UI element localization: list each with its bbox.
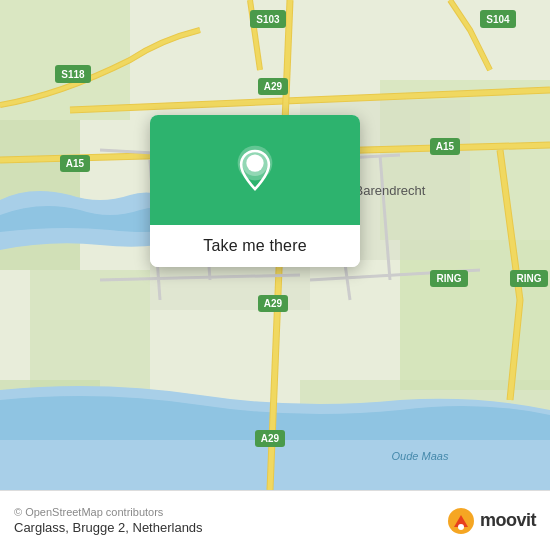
svg-text:A15: A15 xyxy=(436,141,455,152)
svg-text:Barendrecht: Barendrecht xyxy=(355,183,426,198)
svg-text:Oude Maas: Oude Maas xyxy=(392,450,449,462)
svg-text:A29: A29 xyxy=(261,433,280,444)
footer-copyright: © OpenStreetMap contributors xyxy=(14,506,203,518)
footer-info: © OpenStreetMap contributors Carglass, B… xyxy=(14,506,203,535)
moovit-logo: moovit xyxy=(447,507,536,535)
svg-text:RING: RING xyxy=(437,273,462,284)
location-pin-icon xyxy=(229,144,281,196)
svg-text:A29: A29 xyxy=(264,298,283,309)
popup-green-area xyxy=(150,115,360,225)
svg-point-37 xyxy=(250,160,260,170)
svg-text:S103: S103 xyxy=(256,14,280,25)
popup-card: Take me there xyxy=(150,115,360,267)
take-me-there-button[interactable]: Take me there xyxy=(150,225,360,267)
footer-bar: © OpenStreetMap contributors Carglass, B… xyxy=(0,490,550,550)
map-container: S103 S104 S118 A15 A15 A15 A29 A29 A29 R… xyxy=(0,0,550,490)
footer-location: Carglass, Brugge 2, Netherlands xyxy=(14,520,203,535)
svg-text:A15: A15 xyxy=(66,158,85,169)
svg-rect-3 xyxy=(30,270,150,390)
moovit-icon xyxy=(447,507,475,535)
svg-point-39 xyxy=(458,524,464,530)
svg-text:S118: S118 xyxy=(61,69,85,80)
svg-rect-5 xyxy=(400,240,550,390)
svg-text:RING: RING xyxy=(517,273,542,284)
moovit-text: moovit xyxy=(480,510,536,531)
svg-text:A29: A29 xyxy=(264,81,283,92)
svg-text:S104: S104 xyxy=(486,14,510,25)
